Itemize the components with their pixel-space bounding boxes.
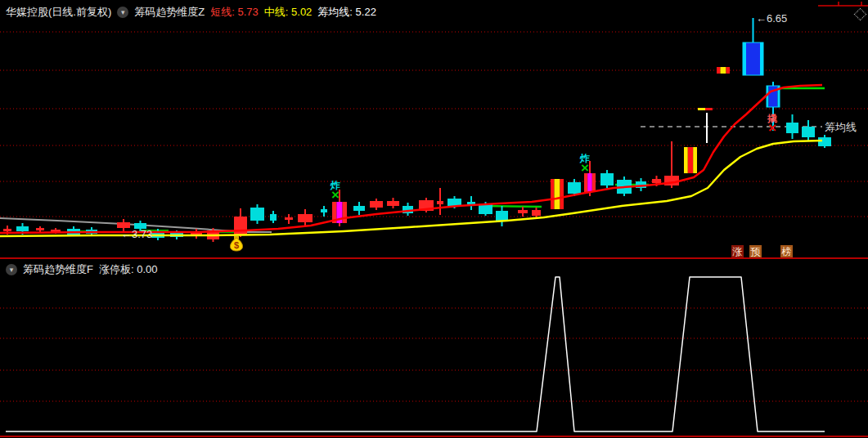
candle-body [726, 67, 730, 74]
candle-body [117, 222, 130, 228]
candle-body [760, 42, 763, 75]
bomb-marker: 炸× [331, 181, 340, 202]
candle-body [720, 67, 726, 74]
indicator-line [6, 277, 825, 431]
badge-yu[interactable]: 预 [749, 245, 762, 258]
candle-body [387, 201, 399, 206]
candle-body [568, 182, 581, 194]
price-label-low: ←3.73 [121, 228, 152, 240]
candle-body [447, 199, 461, 206]
candle-body [717, 67, 720, 74]
svg-text:$: $ [234, 240, 239, 250]
main-chart-header: 华媒控股(日线.前复权) ▾ 筹码趋势维度Z 短线: 5.73 中线: 5.02… [0, 5, 376, 20]
chevron-down-icon[interactable]: ▾ [117, 7, 128, 18]
candle-body [36, 228, 44, 230]
legend-chip-line: 筹均线: 5.22 [317, 5, 376, 20]
candle-body [743, 42, 746, 75]
candle-body [688, 147, 693, 173]
chip-avg-line-label: 筹均线 [825, 120, 857, 135]
indicator-line [0, 85, 822, 233]
candle-body [16, 226, 29, 231]
candle-body [298, 214, 313, 222]
candle-body [802, 127, 815, 137]
sub-chart-header: ▾ 筹码趋势维度F 涨停板: 0.00 [0, 262, 158, 277]
candle-body [353, 206, 365, 211]
candle-body [285, 217, 293, 220]
candle-body [652, 179, 661, 183]
pry-marker: 撬× [767, 114, 777, 135]
candle-body [370, 201, 383, 208]
candle-body [786, 123, 798, 133]
candle-body [343, 202, 347, 223]
stock-app-window: 华媒控股(日线.前复权) ▾ 筹码趋势维度Z 短线: 5.73 中线: 5.02… [0, 0, 868, 438]
candle-body [746, 42, 760, 75]
candle-body [532, 210, 541, 216]
bottom-border [0, 436, 868, 437]
candle-body [250, 208, 264, 221]
legend-short-line: 短线: 5.73 [210, 5, 259, 20]
candle-body [437, 201, 443, 204]
candle-body [592, 173, 596, 192]
stock-title: 华媒控股(日线.前复权) [6, 5, 111, 20]
candle-body [467, 202, 475, 204]
indicator-name-sub[interactable]: 筹码趋势维度F [23, 262, 93, 277]
candle-body [3, 229, 11, 231]
candle-body [321, 209, 327, 212]
candle-body [587, 173, 592, 192]
candle-body [554, 179, 560, 209]
bomb-marker: 炸× [580, 154, 590, 175]
badge-zhang[interactable]: 涨 [731, 245, 744, 258]
candle-body [818, 137, 831, 146]
candle-body [479, 204, 492, 214]
candlestick-chart[interactable] [0, 0, 868, 258]
candle-body [600, 173, 614, 185]
candle-body [560, 179, 564, 209]
doji-dash [698, 108, 705, 110]
candle-body [551, 179, 554, 209]
candle-body [234, 217, 247, 235]
doji-dash [705, 108, 713, 110]
legend-mid-line: 中线: 5.02 [264, 5, 313, 20]
limit-up-legend: 涨停板: 0.00 [99, 262, 158, 277]
candle-body [584, 173, 587, 192]
candle-body [684, 147, 688, 173]
price-label-high: ←6.65 [756, 12, 787, 25]
limit-up-indicator-chart[interactable] [0, 260, 868, 438]
candle-body [518, 210, 528, 213]
candle-body [270, 214, 277, 221]
panel-divider[interactable] [0, 257, 868, 259]
badge-bang[interactable]: 榜 [780, 245, 793, 258]
candle-body [693, 147, 697, 173]
chevron-down-icon[interactable]: ▾ [6, 264, 17, 275]
indicator-name-main[interactable]: 筹码趋势维度Z [134, 5, 205, 20]
